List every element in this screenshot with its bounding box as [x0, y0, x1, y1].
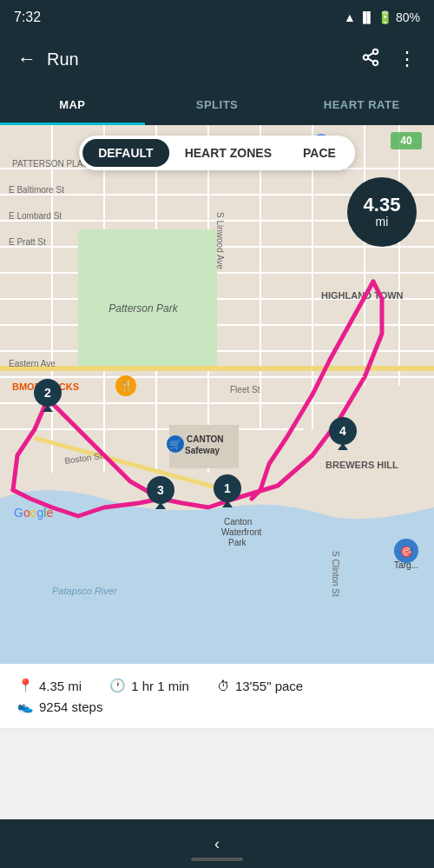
filter-pace[interactable]: PACE — [287, 139, 352, 167]
svg-text:Patterson Park: Patterson Park — [108, 302, 178, 315]
svg-text:E Baltimore St: E Baltimore St — [9, 185, 64, 195]
pace-text: 13'55" pace — [235, 679, 303, 693]
svg-line-3 — [368, 58, 373, 62]
tab-splits[interactable]: SPLITS — [145, 83, 290, 125]
svg-text:3: 3 — [157, 483, 164, 497]
svg-text:S Clinton St: S Clinton St — [331, 551, 340, 597]
svg-text:Fleet St: Fleet St — [230, 385, 260, 394]
nav-back-button[interactable]: ‹ — [214, 835, 220, 853]
status-icons: ▲ ▐▌ 🔋 80% — [344, 10, 420, 24]
stat-duration: 🕐 1 hr 1 min — [109, 678, 189, 693]
battery-icon: 🔋 — [378, 10, 392, 24]
stats-row-bottom: 👟 9254 steps — [17, 699, 417, 714]
svg-text:BREWERS HILL: BREWERS HILL — [326, 460, 398, 470]
header-actions: ⋮ — [354, 41, 424, 78]
distance-unit: mi — [376, 215, 389, 229]
share-button[interactable] — [354, 41, 387, 78]
svg-text:🍴: 🍴 — [120, 379, 133, 392]
more-button[interactable]: ⋮ — [391, 41, 424, 77]
svg-text:🛒: 🛒 — [169, 438, 181, 450]
svg-point-1 — [364, 55, 369, 60]
duration-text: 1 hr 1 min — [131, 679, 189, 693]
svg-text:Safeway: Safeway — [185, 446, 220, 455]
stats-row-top: 📍 4.35 mi 🕐 1 hr 1 min ⏱ 13'55" pace — [17, 678, 417, 693]
tab-bar: MAP SPLITS HEART RATE — [0, 83, 434, 125]
filter-bar: DEFAULT HEART ZONES PACE — [79, 136, 355, 170]
wifi-icon: ▲ — [344, 10, 356, 24]
map-container[interactable]: Patterson Park Patapsco River E Baltimor… — [0, 125, 434, 664]
svg-text:40: 40 — [400, 135, 412, 147]
clock-icon: 🕐 — [109, 678, 126, 693]
svg-text:S Linwood Ave: S Linwood Ave — [215, 212, 225, 269]
nav-pill — [191, 858, 243, 861]
svg-text:E Lombard St: E Lombard St — [9, 211, 62, 221]
svg-text:Eastern Ave: Eastern Ave — [9, 359, 56, 368]
status-time: 7:32 — [14, 10, 41, 25]
svg-text:CANTON: CANTON — [187, 434, 224, 444]
filter-heart-zones[interactable]: HEART ZONES — [169, 139, 287, 167]
signal-icon: ▐▌ — [359, 11, 374, 23]
svg-point-2 — [373, 60, 378, 65]
stat-pace: ⏱ 13'55" pace — [217, 678, 303, 693]
svg-text:Canton: Canton — [224, 517, 252, 527]
steps-icon: 👟 — [17, 699, 34, 714]
svg-text:Patapsco River: Patapsco River — [52, 586, 118, 596]
stats-bar: 📍 4.35 mi 🕐 1 hr 1 min ⏱ 13'55" pace 👟 9… — [0, 664, 434, 728]
header-title: Run — [47, 50, 354, 70]
distance-value: 4.35 — [364, 195, 401, 215]
svg-text:4: 4 — [339, 424, 346, 438]
pace-icon: ⏱ — [217, 679, 230, 693]
svg-text:E Pratt St: E Pratt St — [9, 237, 46, 247]
svg-text:Park: Park — [228, 538, 247, 547]
status-bar: 7:32 ▲ ▐▌ 🔋 80% — [0, 0, 434, 35]
tab-map[interactable]: MAP — [0, 83, 145, 125]
tab-heart-rate[interactable]: HEART RATE — [289, 83, 434, 125]
header: ← Run ⋮ — [0, 35, 434, 83]
back-button[interactable]: ← — [10, 41, 43, 77]
distance-text: 4.35 mi — [39, 679, 82, 693]
battery-percent: 80% — [396, 10, 420, 24]
svg-text:2: 2 — [44, 386, 51, 400]
svg-text:Targ...: Targ... — [394, 560, 418, 570]
google-brand: Google — [14, 505, 53, 520]
svg-point-0 — [373, 49, 378, 54]
bottom-nav: ‹ — [0, 819, 434, 868]
stat-distance: 📍 4.35 mi — [17, 678, 82, 693]
svg-text:🎯: 🎯 — [400, 545, 413, 558]
svg-rect-25 — [78, 229, 217, 368]
location-icon: 📍 — [17, 678, 34, 693]
svg-text:1: 1 — [224, 481, 231, 495]
svg-line-4 — [368, 52, 373, 56]
stat-steps: 👟 9254 steps — [17, 699, 102, 714]
svg-text:Waterfront: Waterfront — [221, 527, 262, 537]
distance-bubble: 4.35 mi — [347, 177, 417, 247]
steps-text: 9254 steps — [39, 699, 102, 714]
filter-default[interactable]: DEFAULT — [82, 139, 169, 167]
